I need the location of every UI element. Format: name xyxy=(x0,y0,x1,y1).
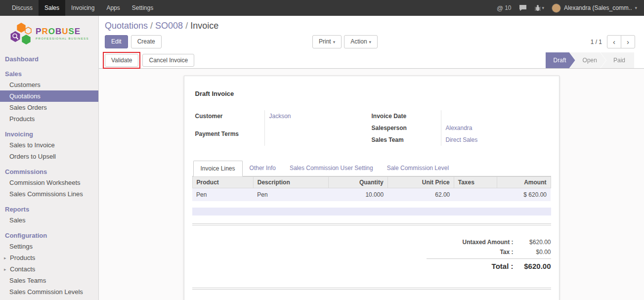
sidebar-item-products[interactable]: Products xyxy=(0,113,98,125)
invoice-line-row[interactable]: Pen Pen 10.000 62.00 $ 620.00 xyxy=(192,188,551,202)
sidebar-heading-sales[interactable]: Sales xyxy=(0,68,98,79)
column-header-amount[interactable]: Amount xyxy=(497,177,551,188)
logo-letter: B xyxy=(55,27,62,36)
customer-value[interactable]: Jackson xyxy=(264,110,372,128)
tab-sales-commission-user-setting[interactable]: Sales Commission User Setting xyxy=(283,161,380,176)
sidebar-item-config-contacts[interactable]: ▸ Contacts xyxy=(0,263,98,275)
totals-block: Untaxed Amount : $620.00 Tax : $0.00 Tot… xyxy=(427,237,551,272)
column-header-product[interactable]: Product xyxy=(192,177,253,188)
mentions-button[interactable]: @ 10 xyxy=(497,4,512,12)
status-step-draft[interactable]: Draft xyxy=(546,52,575,68)
chevron-down-icon: ▾ xyxy=(542,5,545,10)
sidebar-item-config-settings[interactable]: Settings xyxy=(0,241,98,252)
cell-taxes xyxy=(454,188,497,202)
sidebar-heading-commissions[interactable]: Commissions xyxy=(0,166,98,177)
empty-line-strip xyxy=(192,208,551,215)
sidebar-item-sales-commission-levels[interactable]: Sales Commission Levels xyxy=(0,286,98,298)
sidebar-item-orders-to-upsell[interactable]: Orders to Upsell xyxy=(0,151,98,162)
statusbar: Validate Cancel Invoice Draft Open Paid xyxy=(99,52,644,69)
salesperson-label: Salesperson xyxy=(372,122,441,134)
messages-button[interactable] xyxy=(519,4,527,11)
control-panel: Quotations/SO008/Invoice Edit Create Pri… xyxy=(99,16,644,52)
invoice-date-label: Invoice Date xyxy=(372,110,441,122)
create-button[interactable]: Create xyxy=(131,35,162,48)
cancel-invoice-button[interactable]: Cancel Invoice xyxy=(142,54,194,67)
chevron-down-icon: ▾ xyxy=(635,5,637,10)
column-header-quantity[interactable]: Quantity xyxy=(329,177,388,188)
logo-letter: U xyxy=(62,27,68,36)
cell-unit-price: 62.00 xyxy=(387,188,454,202)
invoice-sheet: Draft Invoice Customer Jackson Payment T… xyxy=(184,76,559,300)
chevron-left-icon: ‹ xyxy=(613,38,615,46)
sidebar-heading-dashboard[interactable]: Dashboard xyxy=(0,53,98,64)
mention-count: 10 xyxy=(505,4,511,11)
breadcrumb: Quotations/SO008/Invoice xyxy=(105,20,635,32)
edit-button[interactable]: Edit xyxy=(105,35,128,48)
chevron-down-icon: ▾ xyxy=(369,40,372,44)
breadcrumb-current: Invoice xyxy=(190,21,218,31)
field-groups: Customer Jackson Payment Terms Invoice D… xyxy=(195,110,548,146)
breadcrumb-quotations[interactable]: Quotations xyxy=(105,21,148,31)
sidebar-item-sales-commissions-lines[interactable]: Sales Commissions Lines xyxy=(0,188,98,200)
tab-other-info[interactable]: Other Info xyxy=(243,161,283,176)
breadcrumb-so008[interactable]: SO008 xyxy=(155,21,183,31)
column-header-unit-price[interactable]: Unit Price xyxy=(387,177,454,188)
payment-terms-label: Payment Terms xyxy=(195,128,264,146)
salesperson-value[interactable]: Alexandra xyxy=(441,122,548,134)
sales-team-value[interactable]: Direct Sales xyxy=(441,134,548,146)
field-group-right: Invoice Date Salesperson Alexandra Sales… xyxy=(372,110,548,146)
tax-value: $0.00 xyxy=(514,249,551,256)
status-step-open[interactable]: Open xyxy=(570,52,606,68)
tab-sale-commission-level[interactable]: Sale Commission Level xyxy=(380,161,456,176)
cell-product: Pen xyxy=(192,188,253,202)
pager-next-button[interactable]: › xyxy=(621,35,635,48)
tab-invoice-lines[interactable]: Invoice Lines xyxy=(193,161,243,176)
untaxed-amount-value: $620.00 xyxy=(514,239,551,246)
user-menu[interactable]: Alexandra (Sales_comm.. ▾ xyxy=(552,3,637,13)
print-dropdown-button[interactable]: Print▾ xyxy=(312,35,342,48)
sidebar-item-reports-sales[interactable]: Sales xyxy=(0,214,98,226)
user-name: Alexandra (Sales_comm.. xyxy=(564,4,632,11)
sidebar-nav: Dashboard Sales Customers Quotations Sal… xyxy=(0,53,98,298)
debug-menu-button[interactable]: ▾ xyxy=(534,4,545,11)
action-dropdown-button[interactable]: Action▾ xyxy=(344,35,378,48)
sidebar-item-commission-worksheets[interactable]: Commission Worksheets xyxy=(0,177,98,188)
topbar-menus: Discuss Sales Invoicing Apps Settings xyxy=(0,0,159,16)
bug-icon xyxy=(534,4,541,11)
menu-discuss[interactable]: Discuss xyxy=(6,0,39,16)
column-header-taxes[interactable]: Taxes xyxy=(454,177,497,188)
validate-button[interactable]: Validate xyxy=(105,54,138,67)
logo-letter: P xyxy=(36,27,42,36)
sidebar-heading-invoicing[interactable]: Invoicing xyxy=(0,129,98,139)
table-header-row: Product Description Quantity Unit Price … xyxy=(192,177,551,188)
sidebar-item-config-products[interactable]: ▸ Products xyxy=(0,252,98,263)
sidebar-item-sales-teams[interactable]: Sales Teams xyxy=(0,275,98,286)
cell-amount: $ 620.00 xyxy=(497,188,551,202)
chevron-right-icon: › xyxy=(627,38,629,46)
pager-previous-button[interactable]: ‹ xyxy=(607,35,621,48)
customer-label: Customer xyxy=(195,110,264,128)
tax-label: Tax : xyxy=(500,249,513,256)
sales-team-label: Sales Team xyxy=(372,134,441,146)
menu-sales[interactable]: Sales xyxy=(39,0,65,16)
breadcrumb-separator: / xyxy=(183,21,190,31)
menu-settings[interactable]: Settings xyxy=(126,0,159,16)
logo-text: PROBUSE PROFESSIONAL BUSINESS xyxy=(36,27,89,40)
sidebar-item-sales-to-invoice[interactable]: Sales to Invoice xyxy=(0,139,98,151)
sidebar-heading-configuration[interactable]: Configuration xyxy=(0,230,98,241)
sidebar-item-quotations[interactable]: Quotations xyxy=(0,90,98,102)
sidebar-item-label: Contacts xyxy=(10,265,35,273)
menu-invoicing[interactable]: Invoicing xyxy=(65,0,100,16)
sidebar-heading-reports[interactable]: Reports xyxy=(0,204,98,214)
column-header-description[interactable]: Description xyxy=(253,177,328,188)
logo-letter: E xyxy=(75,27,81,36)
form-view-area: Draft Invoice Customer Jackson Payment T… xyxy=(99,69,644,300)
sidebar-item-customers[interactable]: Customers xyxy=(0,79,98,90)
logo-letter: R xyxy=(42,27,48,36)
control-panel-buttons: Edit Create Print▾ Action▾ 1 / 1 ‹ › xyxy=(105,35,635,48)
main: Quotations/SO008/Invoice Edit Create Pri… xyxy=(99,16,644,300)
menu-apps[interactable]: Apps xyxy=(100,0,126,16)
sidebar-item-sales-orders[interactable]: Sales Orders xyxy=(0,102,98,113)
sidebar: PROBUSE PROFESSIONAL BUSINESS Dashboard … xyxy=(0,16,99,300)
logo-hexagons-icon xyxy=(9,22,33,45)
